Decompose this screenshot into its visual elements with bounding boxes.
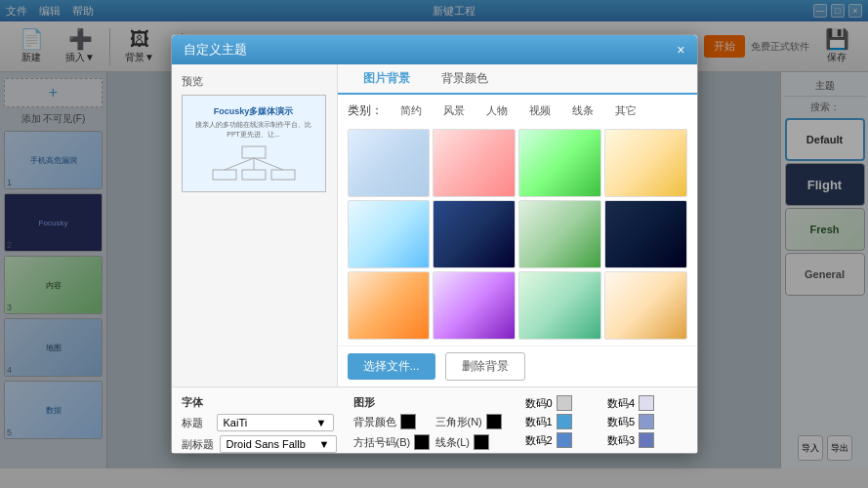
dialog-title-bar: 自定义主题 × bbox=[172, 35, 697, 64]
cat-video[interactable]: 视频 bbox=[519, 101, 560, 121]
svg-rect-11 bbox=[213, 170, 236, 180]
preset-2-label: 数码2 bbox=[525, 433, 553, 448]
bg-image-11[interactable] bbox=[518, 271, 601, 340]
shape-row-bg: 背景颜色 bbox=[353, 414, 434, 429]
font-title-select[interactable]: KaiTi ▼ bbox=[217, 414, 334, 431]
shape-row-bracket: 方括号码(B) bbox=[353, 434, 434, 450]
cat-people[interactable]: 人物 bbox=[476, 101, 517, 121]
shape-bracket-color[interactable] bbox=[414, 434, 430, 450]
dialog-right-content: 图片背景 背景颜色 类别： 简约 风景 人物 视频 线条 其它 bbox=[338, 64, 697, 386]
font-row-title: 标题 KaiTi ▼ bbox=[182, 414, 344, 431]
preset-5-label: 数码5 bbox=[607, 415, 635, 429]
preview-label: 预览 bbox=[182, 74, 327, 89]
preset-4-label: 数码4 bbox=[607, 396, 635, 411]
bg-image-7[interactable] bbox=[518, 200, 601, 268]
bg-image-12[interactable] bbox=[604, 271, 687, 340]
font-subtitle-select[interactable]: Droid Sans Fallb ▼ bbox=[220, 435, 337, 453]
color-presets-grid: 数码0 数码4 数码1 数码5 bbox=[525, 395, 687, 448]
bg-image-1[interactable] bbox=[348, 129, 431, 197]
dialog-top-tabs[interactable]: 图片背景 背景颜色 bbox=[338, 64, 697, 95]
dialog-title: 自定义主题 bbox=[184, 41, 247, 59]
bg-image-5[interactable] bbox=[348, 200, 431, 268]
svg-rect-13 bbox=[271, 170, 295, 180]
shape-row-triangle: 三角形(N) bbox=[435, 414, 516, 429]
select-file-button[interactable]: 选择文件... bbox=[348, 353, 435, 380]
preset-2-color[interactable] bbox=[557, 432, 572, 448]
bg-image-6[interactable] bbox=[433, 200, 516, 268]
cat-landscape[interactable]: 风景 bbox=[434, 101, 475, 121]
font-subtitle-label: 副标题 bbox=[182, 437, 214, 452]
preset-0-label: 数码0 bbox=[525, 396, 553, 411]
preset-5: 数码5 bbox=[607, 414, 687, 429]
preset-5-color[interactable] bbox=[639, 414, 654, 429]
font-section: 字体 标题 KaiTi ▼ 副标题 Droid Sans Fallb ▼ bbox=[182, 395, 344, 453]
bg-image-2[interactable] bbox=[433, 129, 516, 197]
file-actions: 选择文件... 删除背景 bbox=[338, 346, 697, 386]
bg-image-10[interactable] bbox=[433, 271, 516, 340]
remove-bg-button[interactable]: 删除背景 bbox=[445, 352, 525, 381]
color-presets-section: 数码0 数码4 数码1 数码5 bbox=[525, 395, 687, 453]
preview-pane: 预览 Focusky多媒体演示 搜亲人的多功能在线演示制作平台、比PPT更先进、… bbox=[172, 64, 338, 386]
dialog-overlay: 自定义主题 × 预览 Focusky多媒体演示 搜亲人的多功能在线演示制作平台、… bbox=[0, 0, 868, 488]
preset-2: 数码2 bbox=[525, 432, 605, 448]
shape-bracket-label: 方括号码(B) bbox=[353, 435, 411, 450]
font-section-label: 字体 bbox=[182, 395, 344, 410]
dialog-bottom-section: 字体 标题 KaiTi ▼ 副标题 Droid Sans Fallb ▼ bbox=[172, 386, 697, 453]
bg-image-9[interactable] bbox=[348, 271, 431, 340]
preset-1: 数码1 bbox=[525, 414, 605, 429]
dialog-body: 预览 Focusky多媒体演示 搜亲人的多功能在线演示制作平台、比PPT更先进、… bbox=[172, 64, 697, 453]
image-grid[interactable] bbox=[338, 123, 697, 346]
shape-triangle-label: 三角形(N) bbox=[435, 415, 482, 429]
font-title-label: 标题 bbox=[182, 416, 211, 430]
preset-0: 数码0 bbox=[525, 395, 605, 411]
svg-line-8 bbox=[225, 158, 254, 170]
shape-triangle-color[interactable] bbox=[486, 414, 502, 429]
custom-theme-dialog: 自定义主题 × 预览 Focusky多媒体演示 搜亲人的多功能在线演示制作平台、… bbox=[171, 34, 698, 454]
preset-3-color[interactable] bbox=[639, 432, 654, 448]
bg-image-3[interactable] bbox=[518, 129, 601, 197]
bg-image-8[interactable] bbox=[604, 200, 687, 268]
font-title-value: KaiTi bbox=[224, 417, 248, 428]
cat-simple[interactable]: 简约 bbox=[391, 101, 432, 121]
preset-0-color[interactable] bbox=[557, 395, 572, 411]
svg-rect-7 bbox=[242, 146, 266, 158]
preview-mindmap bbox=[205, 144, 303, 183]
shape-bg-color[interactable] bbox=[400, 414, 416, 429]
preset-1-label: 数码1 bbox=[525, 415, 553, 429]
preset-4-color[interactable] bbox=[639, 395, 654, 411]
dialog-content: 预览 Focusky多媒体演示 搜亲人的多功能在线演示制作平台、比PPT更先进、… bbox=[172, 64, 697, 386]
font-subtitle-value: Droid Sans Fallb bbox=[227, 438, 306, 450]
dialog-close-button[interactable]: × bbox=[677, 42, 684, 58]
preset-3-label: 数码3 bbox=[607, 433, 635, 448]
preview-canvas: Focusky多媒体演示 搜亲人的多功能在线演示制作平台、比PPT更先进、让..… bbox=[182, 95, 326, 192]
shape-line-color[interactable] bbox=[474, 434, 489, 450]
tab-image-bg[interactable]: 图片背景 bbox=[348, 64, 426, 95]
preset-4: 数码4 bbox=[607, 395, 687, 411]
preset-1-color[interactable] bbox=[557, 414, 572, 429]
shape-row-line: 线条(L) bbox=[435, 434, 516, 450]
category-tabs[interactable]: 类别： 简约 风景 人物 视频 线条 其它 bbox=[338, 95, 697, 123]
svg-line-10 bbox=[254, 158, 283, 170]
cat-other[interactable]: 其它 bbox=[605, 101, 646, 121]
cat-lines[interactable]: 线条 bbox=[562, 101, 603, 121]
preset-3: 数码3 bbox=[607, 432, 687, 448]
shape-rows: 背景颜色 三角形(N) 方括号码(B) 线条(L) bbox=[353, 414, 516, 453]
tab-bg-color[interactable]: 背景颜色 bbox=[426, 64, 504, 95]
shape-line-label: 线条(L) bbox=[435, 435, 470, 450]
font-title-arrow: ▼ bbox=[316, 417, 327, 428]
category-label: 类别： bbox=[348, 102, 383, 119]
svg-rect-12 bbox=[242, 170, 266, 180]
shape-section: 图形 背景颜色 三角形(N) 方括号码(B) bbox=[353, 395, 516, 453]
font-row-subtitle: 副标题 Droid Sans Fallb ▼ bbox=[182, 435, 344, 453]
font-subtitle-arrow: ▼ bbox=[319, 438, 330, 450]
bg-image-4[interactable] bbox=[604, 129, 687, 197]
shape-section-label: 图形 bbox=[353, 395, 516, 410]
shape-bg-label: 背景颜色 bbox=[353, 415, 396, 429]
